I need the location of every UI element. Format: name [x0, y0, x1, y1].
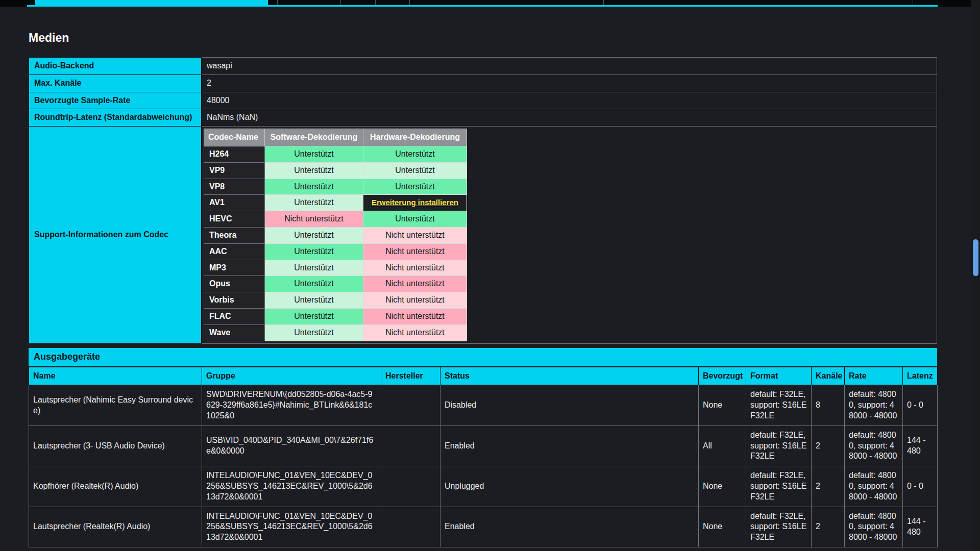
codec-row: AV1UnterstütztErweiterung installieren — [204, 195, 467, 211]
tab-divider — [340, 0, 341, 5]
device-column-header: Name — [29, 367, 202, 385]
codec-support-cell: Unterstützt — [265, 292, 363, 309]
device-group-cell: USB\VID_040D&PID_340A&MI_00\7&26f71f6e&0… — [202, 425, 381, 466]
device-status-cell: Enabled — [440, 507, 699, 547]
codec-support-cell: Unterstützt — [265, 260, 363, 276]
codec-support-table: Codec-NameSoftware-DekodierungHardware-D… — [204, 129, 467, 341]
codec-support-cell: Unterstützt — [265, 195, 363, 211]
codec-support-cell: Nicht unterstützt — [265, 211, 363, 228]
codec-row: H264UnterstütztUnterstützt — [204, 146, 467, 162]
codec-support-cell: Unterstützt — [265, 243, 363, 260]
device-vendor-cell — [381, 507, 440, 547]
device-rate-cell: default: 48000, support: 48000 - 48000 — [845, 466, 903, 507]
codec-support-cell: Nicht unterstützt — [363, 243, 467, 260]
device-status-cell: Enabled — [440, 425, 699, 466]
codec-support-cell: Nicht unterstützt — [363, 324, 467, 341]
media-info-table: Audio-BackendwasapiMax. Kanäle2Bevorzugt… — [29, 57, 937, 344]
device-preferred-cell: None — [699, 507, 746, 547]
codec-support-cell: Unterstützt — [265, 308, 363, 324]
scrollbar[interactable] — [971, 0, 980, 551]
codec-name-cell: Wave — [204, 324, 265, 341]
codec-support-cell: Nicht unterstützt — [363, 227, 467, 243]
codec-name-cell: Vorbis — [204, 292, 265, 309]
device-row: Lautsprecher (Nahimic Easy Surround devi… — [29, 385, 938, 425]
device-channels-cell: 2 — [812, 466, 845, 507]
media-info-value: wasapi — [202, 58, 937, 75]
device-name-cell: Lautsprecher (Nahimic Easy Surround devi… — [29, 385, 202, 425]
device-format-cell: default: F32LE, support: S16LE F32LE — [746, 385, 812, 425]
output-devices-section-header: Ausgabegeräte — [29, 348, 937, 366]
device-channels-cell: 2 — [812, 425, 845, 466]
codec-name-cell: Theora — [204, 227, 265, 243]
codec-support-cell: Nicht unterstützt — [363, 292, 467, 309]
media-info-value: NaNms (NaN) — [202, 109, 937, 127]
device-column-header: Gruppe — [202, 367, 381, 385]
codec-row: VP9UnterstütztUnterstützt — [204, 162, 467, 179]
device-column-header: Latenz — [903, 367, 938, 385]
device-name-cell: Kopfhörer (Realtek(R) Audio) — [29, 466, 202, 507]
codec-name-cell: AV1 — [204, 195, 265, 211]
codec-row: MP3UnterstütztNicht unterstützt — [204, 260, 467, 276]
scrollbar-thumb[interactable] — [973, 239, 978, 276]
device-row: Kopfhörer (Realtek(R) Audio)INTELAUDIO\F… — [29, 466, 938, 507]
media-info-row: Roundtrip-Latenz (Standardabweichung)NaN… — [29, 109, 937, 127]
install-extension-link[interactable]: Erweiterung installieren — [372, 198, 458, 207]
media-info-label: Max. Kanäle — [29, 74, 202, 92]
device-column-header: Bevorzugt — [699, 367, 746, 385]
codec-support-cell: Unterstützt — [363, 162, 467, 179]
device-group-cell: INTELAUDIO\FUNC_01&VEN_10EC&DEV_0256&SUB… — [202, 507, 381, 547]
device-vendor-cell — [381, 425, 440, 466]
device-channels-cell: 2 — [812, 507, 845, 547]
codec-support-cell: Unterstützt — [265, 179, 363, 195]
device-rate-cell: default: 48000, support: 48000 - 48000 — [845, 425, 903, 466]
active-tab[interactable] — [35, 0, 268, 5]
codec-row: WaveUnterstütztNicht unterstützt — [204, 324, 467, 341]
codec-name-cell: Opus — [204, 276, 265, 292]
device-format-cell: default: F32LE, support: S16LE F32LE — [746, 507, 812, 547]
codec-support-cell: Nicht unterstützt — [363, 308, 467, 324]
device-column-header: Kanäle — [812, 367, 845, 385]
device-channels-cell: 8 — [812, 385, 845, 425]
codec-table-header-row: Codec-NameSoftware-DekodierungHardware-D… — [204, 129, 467, 146]
codec-row: VorbisUnterstütztNicht unterstützt — [204, 292, 467, 309]
codec-support-cell: Unterstützt — [265, 146, 363, 162]
codec-table-header: Software-Dekodierung — [265, 129, 363, 146]
tab-divider — [277, 0, 278, 5]
tab-divider — [913, 0, 913, 5]
device-column-header: Rate — [845, 367, 903, 385]
device-row: Lautsprecher (3- USB Audio Device)USB\VI… — [29, 425, 938, 466]
codec-row: OpusUnterstütztNicht unterstützt — [204, 276, 467, 292]
media-info-row: Bevorzugte Sample-Rate48000 — [29, 92, 937, 109]
device-column-header: Hersteller — [381, 367, 440, 385]
device-latency-cell: 144 - 480 — [903, 507, 938, 547]
codec-name-cell: MP3 — [204, 260, 265, 276]
tab-strip-track — [27, 0, 938, 7]
codec-name-cell: HEVC — [204, 211, 265, 228]
device-row: Lautsprecher (Realtek(R) Audio)INTELAUDI… — [29, 507, 938, 547]
device-status-cell: Disabled — [440, 385, 699, 425]
device-group-cell: INTELAUDIO\FUNC_01&VEN_10EC&DEV_0256&SUB… — [202, 466, 381, 507]
device-group-cell: SWD\DRIVERENUM\{dd052805-d06a-4ac5-9629-… — [202, 385, 381, 425]
device-vendor-cell — [381, 385, 440, 425]
media-info-label: Roundtrip-Latenz (Standardabweichung) — [29, 109, 202, 127]
device-format-cell: default: F32LE, support: S16LE F32LE — [746, 425, 812, 466]
codec-row: VP8UnterstütztUnterstützt — [204, 179, 467, 195]
codec-support-cell: Unterstützt — [265, 162, 363, 179]
device-latency-cell: 0 - 0 — [903, 466, 938, 507]
media-info-row: Audio-Backendwasapi — [29, 58, 937, 75]
codec-name-cell: AAC — [204, 243, 265, 260]
device-rate-cell: default: 48000, support: 48000 - 48000 — [845, 385, 903, 425]
device-column-header: Format — [746, 367, 812, 385]
tab-divider — [375, 0, 376, 5]
output-devices-table: NameGruppeHerstellerStatusBevorzugtForma… — [29, 367, 938, 547]
device-vendor-cell — [381, 466, 440, 507]
codec-row: FLACUnterstütztNicht unterstützt — [204, 308, 467, 324]
media-info-label: Bevorzugte Sample-Rate — [29, 92, 202, 109]
media-info-value: 48000 — [202, 92, 937, 109]
device-column-header: Status — [440, 367, 699, 385]
codec-table-header: Codec-Name — [204, 129, 265, 146]
tab-divider — [603, 0, 604, 5]
codec-support-cell: Nicht unterstützt — [363, 276, 467, 292]
codec-table-header: Hardware-Dekodierung — [363, 129, 467, 146]
device-preferred-cell: All — [699, 425, 746, 466]
